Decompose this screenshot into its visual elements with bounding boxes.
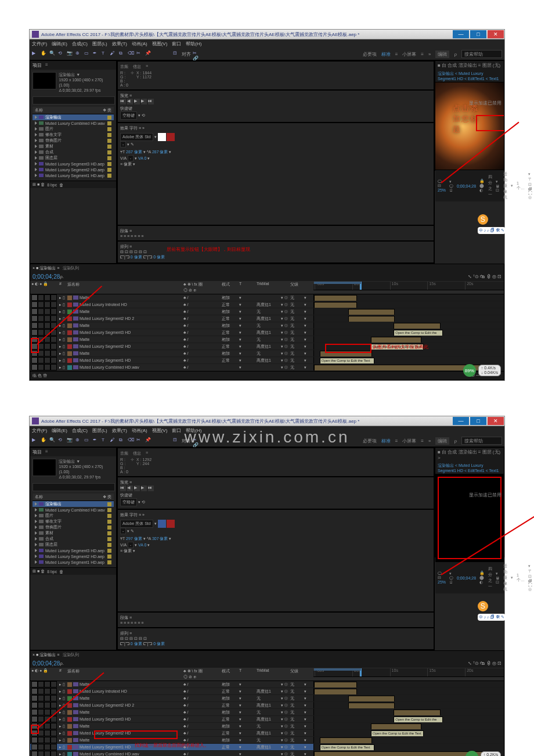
menu-view[interactable]: 视图(V) [152,41,168,47]
preview-tab[interactable]: 预览 ≡ [120,480,431,485]
timeline-layer-row[interactable]: ▸ ▯ 1 Matte ♣ / 相加 ▾ ▾ ⦾ 无 ▾ [30,294,504,301]
timeline-search[interactable]: ρ. [60,274,64,279]
project-item[interactable]: 图片 [33,126,114,132]
project-item[interactable]: 素材 [33,530,114,536]
timeline-header-icons[interactable]: ⤡ ᵀ⊙ 🛍 🛢 ◎ ⊡ [64,661,501,666]
minimize-button[interactable]: — [453,30,469,38]
help-search[interactable]: 搜索帮助 [461,437,502,445]
pen-tool-icon[interactable]: ✒ [93,437,100,444]
maximize-button[interactable]: □ [470,30,486,38]
menu-window[interactable]: 窗口 [172,41,181,47]
project-item[interactable]: Muted Luxury Segment3 HD.aep [33,548,114,553]
project-bpc[interactable]: 8 bpc [47,570,57,574]
project-item[interactable]: 渲染输出 [33,114,114,120]
workspace-more[interactable]: » [428,52,431,57]
menu-help[interactable]: 帮助(H) [186,41,201,47]
eraser-tool-icon[interactable]: ⌫ [128,51,135,57]
close-button[interactable]: ✕ [488,30,504,38]
stroke-width[interactable]: 像素 [124,549,132,553]
prev-frame-icon[interactable]: ◀ [127,99,133,105]
side-logo-icon[interactable]: S [478,214,488,225]
visibility-toggle[interactable] [31,308,38,315]
timeline-layer-row[interactable]: ▸ ▯ 4 Muted Luxury Segment2 HD 2 ♣ / 正常 … [30,315,504,322]
brush-tool-icon[interactable]: 🖌 [110,437,117,444]
brush-tool-icon[interactable]: 🖌 [110,51,117,57]
next-frame-icon[interactable]: ▶ [141,485,147,491]
font-size[interactable]: 297 像素 [126,537,142,541]
menu-animation[interactable]: 动画(A) [132,41,147,47]
font-size[interactable]: 287 像素 [126,150,142,154]
char-tab[interactable]: 字符 [129,513,138,517]
text-tool-icon[interactable]: T [102,51,109,57]
project-item[interactable]: 图片 [33,513,114,519]
menu-composition[interactable]: 合成(C) [72,427,88,434]
workspace-standard[interactable]: 标准 [381,51,391,57]
visibility-toggle[interactable] [31,301,38,308]
color-swatch[interactable] [158,520,166,528]
timeline-layer-row[interactable]: ▸ ▯ 8 Muted Luxury Segment2 HD ♣ / 正常 ▾ … [30,343,504,350]
visibility-toggle[interactable] [31,751,38,756]
shortcut-key[interactable]: 空格键 [120,498,137,506]
project-footer-icons[interactable]: ⊞ ■ 🗑 [33,182,45,187]
visibility-toggle[interactable] [31,716,38,722]
menu-effect[interactable]: 效果(T) [112,41,127,47]
workspace-essentials[interactable]: 必要项 [363,438,377,444]
clone-tool-icon[interactable]: ⧉ [119,437,126,444]
first-frame-icon[interactable]: ⏮ [120,485,126,491]
snapping-icon[interactable]: ⊡ [173,51,180,57]
project-item[interactable]: Muted Luxury Segment1 HD.aep [33,172,114,178]
rotobrush-tool-icon[interactable]: ✂ [136,51,143,57]
timeline-layer-row[interactable]: ▸ ▯ 7 Matte ♣ / 相加 ▾ 无 ▾ ⦾ 无 ▾ [30,723,504,730]
visibility-toggle[interactable] [31,364,38,370]
maximize-button[interactable]: □ [470,417,486,425]
visibility-toggle[interactable] [31,737,38,743]
timeline-layer-row[interactable]: ▸ ▯ 10 Muted Luxury Segment1 HD ♣ / 正常 ▾… [30,744,504,751]
more-tab[interactable]: » [142,126,145,130]
project-trash-icon[interactable]: 🗑 [59,183,63,187]
visibility-toggle[interactable] [31,322,38,329]
project-tab[interactable]: 项目 [33,449,42,455]
project-item[interactable]: Muted Luxury Combined HD.wav [33,507,114,513]
puppet-tool-icon[interactable]: 📌 [145,437,152,444]
workspace-more[interactable]: » [428,438,431,444]
visibility-toggle[interactable] [31,709,38,715]
timeline-timecode[interactable]: 0;00;04;28 [33,660,60,667]
shape-tool-icon[interactable]: ▭ [84,51,91,57]
timeline-tab-render[interactable]: 渲染队列 [63,265,79,271]
project-footer-icons[interactable]: ⊞ ■ 🗑 [33,569,45,574]
hand-tool-icon[interactable]: ✋ [41,437,48,444]
project-item[interactable]: 修改文字 [33,519,114,524]
fill-color-swatch-2[interactable] [167,520,175,528]
workspace-edit[interactable]: 编辑 [435,51,449,58]
clone-tool-icon[interactable]: ⧉ [119,51,126,57]
selection-tool-icon[interactable]: ▶ [32,51,39,57]
fill-color-swatch-2[interactable] [167,133,175,141]
next-frame-icon[interactable]: ▶ [141,99,147,105]
timeline-layer-row[interactable]: ▸ ▯ 11 Muted Luxury Combined HD.wav ♣ / … [30,364,504,371]
menu-layer[interactable]: 图层(L) [92,427,107,434]
font-dropdown[interactable]: Adobe 黑体 Std [120,133,153,141]
viewer-camera[interactable]: 活动摄像机 [503,563,507,592]
play-icon[interactable]: ▶ [134,99,140,105]
fill-color-swatch[interactable] [158,133,166,141]
audio-tab[interactable]: 音频 [120,64,128,70]
viewer-frame[interactable] [435,474,504,561]
timeline-tab-comp[interactable]: × ■ 渲染输出 ≡ [33,652,59,658]
menu-animation[interactable]: 动画(A) [132,427,147,434]
last-frame-icon[interactable]: ⏭ [148,485,154,491]
viewer-time[interactable]: 0;00;04;28 [457,576,476,580]
project-trash-icon[interactable]: 🗑 [59,570,63,574]
visibility-toggle[interactable] [31,329,38,336]
timeline-layer-row[interactable]: ▸ ▯ 4 Muted Luxury Segment2 HD 2 ♣ / 正常 … [30,702,504,709]
timeline-search[interactable]: ρ. [60,661,64,666]
selection-tool-icon[interactable]: ▶ [32,437,39,444]
breadcrumb[interactable]: 渲染输出 < Muted Luxury Segment1 HD < EditTe… [438,71,499,81]
char-tab[interactable]: 字符 [129,126,138,130]
eraser-tool-icon[interactable]: ⌫ [128,437,135,444]
timeline-layer-row[interactable]: ▸ ▯ 1 Matte ♣ / 相加 ▾ ▾ ⦾ 无 ▾ [30,681,504,688]
shortcut-key[interactable]: 空格键 [120,111,137,120]
menu-file[interactable]: 文件(F) [32,41,47,47]
distribute-icons[interactable]: ⊟ ⊡ ⊟ ⊡ ⊟ ⊡ [120,636,431,641]
effects-tab[interactable]: 效果 [120,513,128,517]
leading[interactable]: 287 像素 [152,150,168,154]
